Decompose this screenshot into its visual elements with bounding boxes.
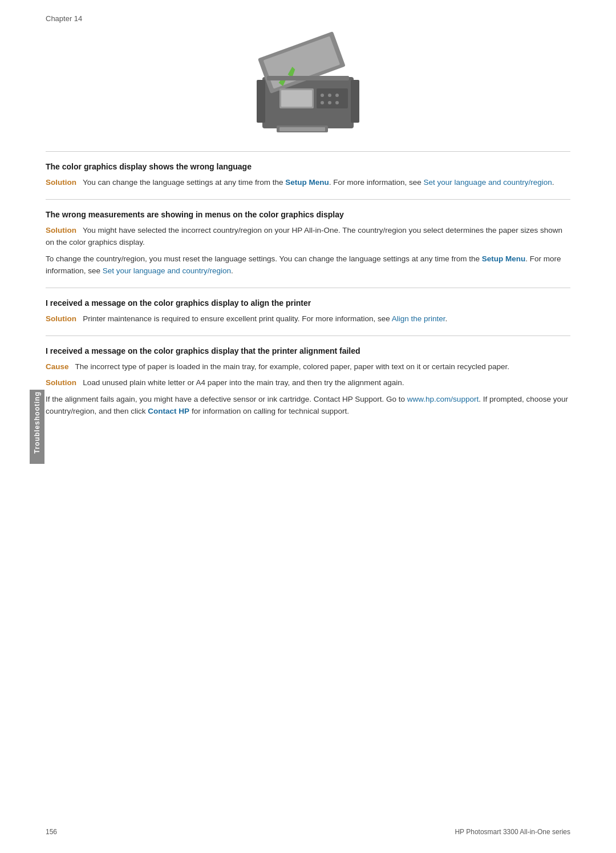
svg-rect-15	[351, 80, 359, 123]
divider-top	[46, 151, 570, 152]
label-cause-1: Cause	[46, 362, 69, 371]
svg-point-8	[335, 94, 339, 97]
footer-product-name: HP Photosmart 3300 All-in-One series	[455, 828, 570, 836]
para-align-message-solution: Solution Printer maintenance is required…	[46, 313, 570, 325]
sidebar-troubleshooting-tab: Troubleshooting	[30, 390, 44, 464]
divider-2	[46, 288, 570, 288]
svg-rect-14	[257, 80, 265, 123]
link-align-printer[interactable]: Align the printer	[392, 314, 445, 323]
label-solution-1: Solution	[46, 178, 76, 187]
section-wrong-language: The color graphics display shows the wro…	[46, 162, 570, 189]
section-heading-align-failed: I received a message on the color graphi…	[46, 346, 570, 355]
footer: 156 HP Photosmart 3300 All-in-One series	[46, 828, 570, 836]
section-heading-wrong-measurements: The wrong measurements are showing in me…	[46, 210, 570, 219]
link-hp-support[interactable]: www.hp.com/support	[407, 395, 479, 403]
svg-point-10	[328, 101, 331, 104]
section-wrong-measurements: The wrong measurements are showing in me…	[46, 210, 570, 277]
section-align-message: I received a message on the color graphi…	[46, 298, 570, 325]
link-setup-menu-1[interactable]: Setup Menu	[285, 178, 329, 187]
para-align-failed-solution: Solution Load unused plain white letter …	[46, 377, 570, 389]
svg-point-7	[328, 94, 331, 97]
label-solution-3: Solution	[46, 314, 76, 323]
svg-rect-4	[281, 90, 312, 107]
svg-rect-13	[279, 127, 325, 131]
section-align-failed: I received a message on the color graphi…	[46, 346, 570, 418]
sidebar-label: Troubleshooting	[33, 391, 41, 454]
link-set-language-1[interactable]: Set your language and country/region	[424, 178, 552, 187]
svg-point-6	[321, 94, 324, 97]
page-container: Troubleshooting Chapter 14	[0, 0, 616, 853]
label-solution-4: Solution	[46, 378, 76, 387]
para-wrong-language-solution: Solution You can change the language set…	[46, 177, 570, 189]
printer-image-container	[46, 31, 570, 134]
divider-1	[46, 199, 570, 200]
link-set-language-2[interactable]: Set your language and country/region	[103, 266, 231, 275]
para-align-failed-cause: Cause The incorrect type of paper is loa…	[46, 361, 570, 373]
svg-point-9	[321, 101, 324, 104]
chapter-label: Chapter 14	[46, 14, 570, 23]
para-align-failed-extra: If the alignment fails again, you might …	[46, 394, 570, 418]
printer-image	[245, 31, 371, 134]
para-wrong-measurements-solution-1: Solution You might have selected the inc…	[46, 225, 570, 249]
label-solution-2: Solution	[46, 226, 76, 235]
link-setup-menu-2[interactable]: Setup Menu	[482, 254, 526, 263]
section-heading-align-message: I received a message on the color graphi…	[46, 298, 570, 308]
section-heading-wrong-language: The color graphics display shows the wro…	[46, 162, 570, 171]
divider-3	[46, 335, 570, 336]
svg-point-11	[335, 101, 339, 104]
footer-page-number: 156	[46, 828, 57, 836]
link-contact-hp[interactable]: Contact HP	[148, 407, 189, 415]
para-wrong-measurements-solution-2: To change the country/region, you must r…	[46, 253, 570, 277]
svg-rect-18	[267, 76, 349, 80]
svg-rect-5	[317, 88, 348, 108]
